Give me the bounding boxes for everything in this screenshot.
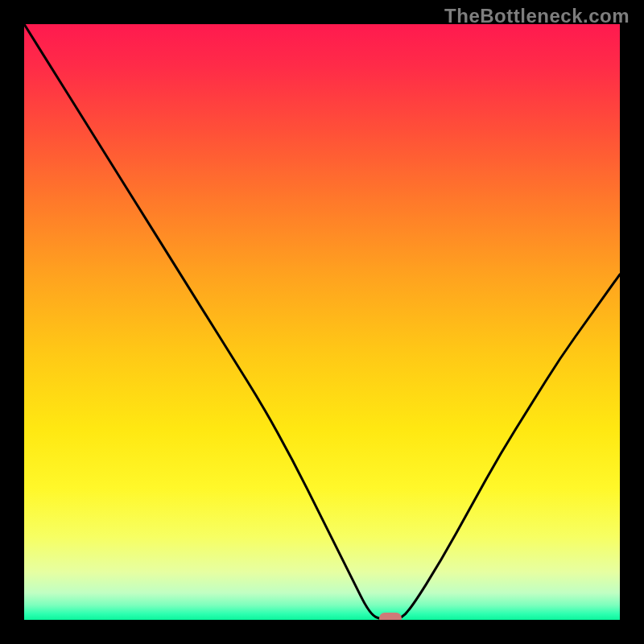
chart-frame: { "watermark": "TheBottleneck.com", "cha… xyxy=(0,0,644,644)
curve-path xyxy=(24,24,620,620)
optimum-marker xyxy=(379,613,402,620)
plot-area xyxy=(24,24,620,620)
curve-svg xyxy=(24,24,620,620)
